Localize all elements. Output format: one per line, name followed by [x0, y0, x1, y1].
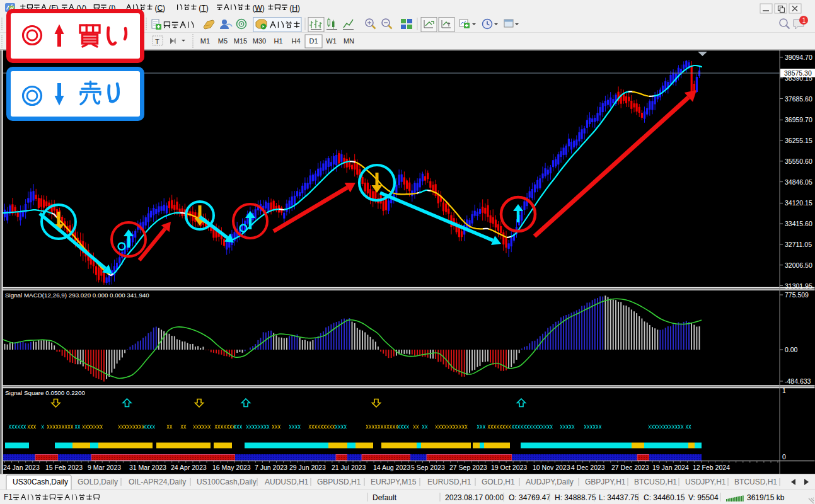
svg-text:21 Jul 2023: 21 Jul 2023 [332, 464, 366, 471]
svg-text:V: 95504: V: 95504 [688, 493, 719, 502]
svg-text:29 Jun 2023: 29 Jun 2023 [289, 464, 326, 471]
svg-text:AUDUSD,H1: AUDUSD,H1 [265, 478, 309, 486]
svg-text:32711.05: 32711.05 [785, 241, 812, 248]
svg-text:GOLD,H1: GOLD,H1 [482, 478, 515, 486]
svg-text:31 Mar 2023: 31 Mar 2023 [129, 464, 166, 471]
svg-text:36255.15: 36255.15 [785, 137, 812, 144]
svg-text:34846.05: 34846.05 [785, 178, 812, 186]
svg-text:EURUSD,H1: EURUSD,H1 [427, 478, 471, 486]
svg-text:33415.60: 33415.60 [785, 220, 812, 227]
svg-text:24 Jan 2023: 24 Jan 2023 [3, 464, 40, 471]
svg-text:1: 1 [802, 17, 806, 24]
svg-text:36959.70: 36959.70 [785, 116, 812, 123]
svg-text:16 May 2023: 16 May 2023 [212, 464, 251, 471]
svg-text:31301.95: 31301.95 [785, 282, 812, 290]
svg-text:US100Cash,Daily: US100Cash,Daily [197, 478, 257, 486]
svg-text:19 Oct 2023: 19 Oct 2023 [491, 464, 527, 471]
svg-text:BTCUSD,H1: BTCUSD,H1 [634, 478, 677, 486]
svg-text:Signal Square 0.0500 0.2200: Signal Square 0.0500 0.2200 [5, 389, 85, 396]
svg-text:34120.15: 34120.15 [785, 199, 812, 207]
svg-text:GBPJPY,H1: GBPJPY,H1 [585, 478, 626, 486]
svg-text:H: 34888.75: H: 34888.75 [555, 493, 596, 502]
svg-text:(H): (H) [289, 4, 300, 13]
svg-text:775.509: 775.509 [785, 291, 809, 299]
svg-text:-484.633: -484.633 [785, 377, 811, 385]
svg-text:O: 34769.47: O: 34769.47 [509, 493, 550, 502]
svg-text:14 Aug 2023: 14 Aug 2023 [373, 464, 410, 471]
svg-text:Default: Default [373, 493, 397, 502]
svg-text:32006.50: 32006.50 [785, 261, 812, 269]
svg-text:MN: MN [344, 37, 354, 45]
svg-text:EURJPY,M15: EURJPY,M15 [371, 478, 417, 486]
svg-text:D1: D1 [309, 37, 318, 45]
svg-text:C: 34460.15: C: 34460.15 [644, 493, 685, 502]
svg-text:37685.60: 37685.60 [785, 95, 812, 103]
svg-text:GBPUSD,H1: GBPUSD,H1 [317, 478, 361, 486]
svg-text:4 Dec 2023: 4 Dec 2023 [571, 464, 605, 471]
svg-text:H4: H4 [291, 37, 300, 45]
svg-text:35550.60: 35550.60 [785, 158, 812, 165]
svg-text:10 Nov 2023: 10 Nov 2023 [533, 464, 570, 471]
svg-text:38575.30: 38575.30 [784, 69, 812, 77]
svg-text:(W): (W) [253, 4, 265, 13]
svg-text:GOLD,Daily: GOLD,Daily [78, 478, 118, 486]
svg-text:3619/15 kb: 3619/15 kb [747, 493, 785, 502]
svg-text:Signal MACD(12,26,9) 293.020 0: Signal MACD(12,26,9) 293.020 0.000 0.000… [5, 292, 149, 299]
svg-text:5 Sep 2023: 5 Sep 2023 [411, 464, 445, 471]
svg-text:M5: M5 [218, 37, 228, 45]
svg-text:M1: M1 [200, 37, 210, 45]
svg-text:AUDJPY,Daily: AUDJPY,Daily [526, 478, 574, 486]
svg-text:M15: M15 [234, 37, 247, 45]
svg-text:M30: M30 [253, 37, 266, 45]
svg-text:12 Feb 2024: 12 Feb 2024 [693, 464, 730, 471]
svg-text:27 Sep 2023: 27 Sep 2023 [449, 464, 487, 471]
svg-text:27 Dec 2023: 27 Dec 2023 [611, 464, 649, 471]
svg-text:(T): (T) [199, 4, 208, 13]
svg-text:L: 34437.75: L: 34437.75 [599, 493, 639, 502]
svg-text:W1: W1 [326, 37, 337, 45]
svg-text:H1: H1 [274, 37, 282, 45]
svg-text:39094.70: 39094.70 [785, 54, 812, 61]
svg-text:7 Jun 2023: 7 Jun 2023 [255, 464, 287, 471]
svg-text:OIL-APR24,Daily: OIL-APR24,Daily [129, 478, 186, 486]
svg-text:1: 1 [782, 387, 786, 394]
svg-text:0: 0 [782, 453, 786, 461]
svg-text:BTCUSD,H1: BTCUSD,H1 [734, 478, 777, 486]
svg-text:19 Jan 2024: 19 Jan 2024 [652, 464, 689, 471]
svg-text:24 Apr 2023: 24 Apr 2023 [171, 464, 207, 471]
svg-text:USDJPY,H1: USDJPY,H1 [685, 478, 726, 486]
svg-text:US30Cash,Daily: US30Cash,Daily [13, 478, 68, 486]
svg-text:0.00: 0.00 [785, 346, 798, 353]
svg-text:F1: F1 [4, 493, 13, 501]
svg-text:2023.08.17 00:00: 2023.08.17 00:00 [445, 493, 504, 502]
svg-text:9 Mar 2023: 9 Mar 2023 [88, 464, 121, 471]
svg-text:15 Feb 2023: 15 Feb 2023 [45, 464, 83, 471]
